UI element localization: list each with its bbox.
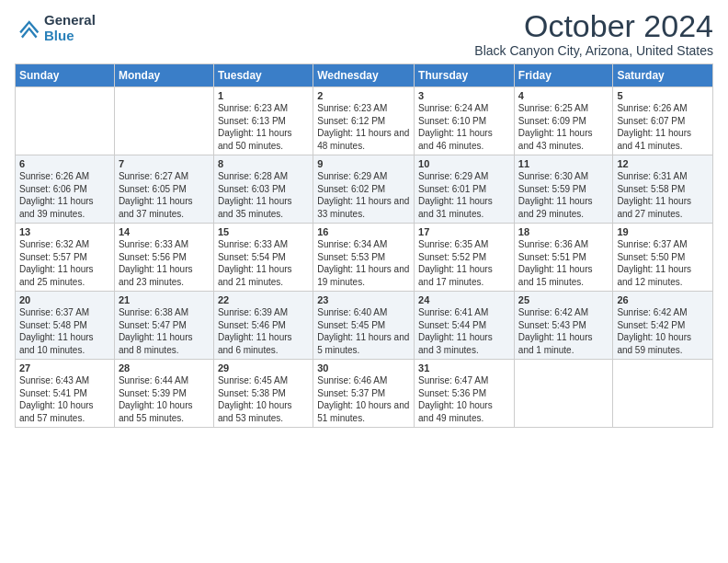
calendar-week-row: 20Sunrise: 6:37 AM Sunset: 5:48 PM Dayli… xyxy=(16,292,713,360)
month-title: October 2024 xyxy=(474,9,713,43)
calendar-cell: 26Sunrise: 6:42 AM Sunset: 5:42 PM Dayli… xyxy=(613,292,713,360)
calendar-cell: 9Sunrise: 6:29 AM Sunset: 6:02 PM Daylig… xyxy=(313,155,415,224)
calendar-cell xyxy=(114,87,213,155)
day-number: 29 xyxy=(218,362,309,373)
day-number: 5 xyxy=(617,90,709,101)
calendar-cell xyxy=(16,87,115,155)
day-info: Sunrise: 6:41 AM Sunset: 5:44 PM Dayligh… xyxy=(418,306,510,356)
calendar-cell: 18Sunrise: 6:36 AM Sunset: 5:51 PM Dayli… xyxy=(514,224,613,292)
calendar-week-row: 6Sunrise: 6:26 AM Sunset: 6:06 PM Daylig… xyxy=(16,155,713,224)
calendar-day-header: Thursday xyxy=(415,64,515,87)
calendar-day-header: Friday xyxy=(514,64,613,87)
calendar-cell: 7Sunrise: 6:27 AM Sunset: 6:05 PM Daylig… xyxy=(114,155,213,224)
logo: General Blue xyxy=(15,13,96,43)
day-info: Sunrise: 6:37 AM Sunset: 5:48 PM Dayligh… xyxy=(19,306,110,356)
day-number: 27 xyxy=(19,362,110,373)
location-title: Black Canyon City, Arizona, United State… xyxy=(474,43,713,58)
day-info: Sunrise: 6:38 AM Sunset: 5:47 PM Dayligh… xyxy=(119,306,210,356)
calendar-cell: 20Sunrise: 6:37 AM Sunset: 5:48 PM Dayli… xyxy=(16,292,115,360)
day-number: 21 xyxy=(119,294,210,305)
day-info: Sunrise: 6:26 AM Sunset: 6:07 PM Dayligh… xyxy=(617,102,709,152)
logo-icon xyxy=(15,16,40,41)
day-number: 15 xyxy=(218,226,309,237)
day-number: 22 xyxy=(218,294,309,305)
calendar-week-row: 1Sunrise: 6:23 AM Sunset: 6:13 PM Daylig… xyxy=(16,87,713,155)
day-info: Sunrise: 6:32 AM Sunset: 5:57 PM Dayligh… xyxy=(19,238,110,288)
calendar-cell: 5Sunrise: 6:26 AM Sunset: 6:07 PM Daylig… xyxy=(613,87,713,155)
day-info: Sunrise: 6:44 AM Sunset: 5:39 PM Dayligh… xyxy=(119,374,210,424)
day-info: Sunrise: 6:29 AM Sunset: 6:01 PM Dayligh… xyxy=(418,170,510,220)
day-number: 16 xyxy=(317,226,410,237)
calendar-week-row: 27Sunrise: 6:43 AM Sunset: 5:41 PM Dayli… xyxy=(16,360,713,428)
calendar-cell: 27Sunrise: 6:43 AM Sunset: 5:41 PM Dayli… xyxy=(16,360,115,428)
calendar-cell: 14Sunrise: 6:33 AM Sunset: 5:56 PM Dayli… xyxy=(114,224,213,292)
calendar-day-header: Saturday xyxy=(613,64,713,87)
day-info: Sunrise: 6:47 AM Sunset: 5:36 PM Dayligh… xyxy=(418,374,510,424)
day-number: 28 xyxy=(119,362,210,373)
calendar-cell: 21Sunrise: 6:38 AM Sunset: 5:47 PM Dayli… xyxy=(114,292,213,360)
calendar-cell: 24Sunrise: 6:41 AM Sunset: 5:44 PM Dayli… xyxy=(415,292,515,360)
day-info: Sunrise: 6:40 AM Sunset: 5:45 PM Dayligh… xyxy=(317,306,410,356)
calendar-cell: 3Sunrise: 6:24 AM Sunset: 6:10 PM Daylig… xyxy=(415,87,515,155)
calendar-day-header: Tuesday xyxy=(213,64,313,87)
calendar-day-header: Sunday xyxy=(16,64,115,87)
calendar-cell: 12Sunrise: 6:31 AM Sunset: 5:58 PM Dayli… xyxy=(613,155,713,224)
day-number: 4 xyxy=(518,90,609,101)
calendar-cell: 11Sunrise: 6:30 AM Sunset: 5:59 PM Dayli… xyxy=(514,155,613,224)
day-info: Sunrise: 6:34 AM Sunset: 5:53 PM Dayligh… xyxy=(317,238,410,288)
calendar-cell: 23Sunrise: 6:40 AM Sunset: 5:45 PM Dayli… xyxy=(313,292,415,360)
day-info: Sunrise: 6:43 AM Sunset: 5:41 PM Dayligh… xyxy=(19,374,110,424)
day-info: Sunrise: 6:24 AM Sunset: 6:10 PM Dayligh… xyxy=(418,102,510,152)
calendar-day-header: Monday xyxy=(114,64,213,87)
day-info: Sunrise: 6:36 AM Sunset: 5:51 PM Dayligh… xyxy=(518,238,609,288)
day-info: Sunrise: 6:42 AM Sunset: 5:42 PM Dayligh… xyxy=(617,306,709,356)
day-number: 23 xyxy=(317,294,410,305)
page-header: General Blue October 2024 Black Canyon C… xyxy=(15,9,713,58)
logo-blue-text: Blue xyxy=(44,29,96,44)
day-number: 19 xyxy=(617,226,709,237)
day-number: 13 xyxy=(19,226,110,237)
day-info: Sunrise: 6:45 AM Sunset: 5:38 PM Dayligh… xyxy=(218,374,309,424)
title-block: October 2024 Black Canyon City, Arizona,… xyxy=(474,9,713,58)
day-info: Sunrise: 6:35 AM Sunset: 5:52 PM Dayligh… xyxy=(418,238,510,288)
day-number: 2 xyxy=(317,90,410,101)
day-info: Sunrise: 6:27 AM Sunset: 6:05 PM Dayligh… xyxy=(119,170,210,220)
day-info: Sunrise: 6:31 AM Sunset: 5:58 PM Dayligh… xyxy=(617,170,709,220)
logo-general-text: General xyxy=(44,13,96,29)
day-info: Sunrise: 6:33 AM Sunset: 5:56 PM Dayligh… xyxy=(119,238,210,288)
day-number: 9 xyxy=(317,158,410,169)
day-info: Sunrise: 6:39 AM Sunset: 5:46 PM Dayligh… xyxy=(218,306,309,356)
day-number: 25 xyxy=(518,294,609,305)
calendar-header-row: SundayMondayTuesdayWednesdayThursdayFrid… xyxy=(16,64,713,87)
calendar-cell: 28Sunrise: 6:44 AM Sunset: 5:39 PM Dayli… xyxy=(114,360,213,428)
svg-rect-0 xyxy=(15,16,40,41)
day-number: 1 xyxy=(218,90,309,101)
calendar-cell: 17Sunrise: 6:35 AM Sunset: 5:52 PM Dayli… xyxy=(415,224,515,292)
day-number: 8 xyxy=(218,158,309,169)
day-info: Sunrise: 6:37 AM Sunset: 5:50 PM Dayligh… xyxy=(617,238,709,288)
day-number: 18 xyxy=(518,226,609,237)
day-info: Sunrise: 6:42 AM Sunset: 5:43 PM Dayligh… xyxy=(518,306,609,356)
calendar-cell: 10Sunrise: 6:29 AM Sunset: 6:01 PM Dayli… xyxy=(415,155,515,224)
calendar-day-header: Wednesday xyxy=(313,64,415,87)
calendar-cell: 1Sunrise: 6:23 AM Sunset: 6:13 PM Daylig… xyxy=(213,87,313,155)
day-info: Sunrise: 6:46 AM Sunset: 5:37 PM Dayligh… xyxy=(317,374,410,424)
calendar-cell: 31Sunrise: 6:47 AM Sunset: 5:36 PM Dayli… xyxy=(415,360,515,428)
day-number: 6 xyxy=(19,158,110,169)
calendar-cell: 25Sunrise: 6:42 AM Sunset: 5:43 PM Dayli… xyxy=(514,292,613,360)
calendar-week-row: 13Sunrise: 6:32 AM Sunset: 5:57 PM Dayli… xyxy=(16,224,713,292)
calendar-cell: 13Sunrise: 6:32 AM Sunset: 5:57 PM Dayli… xyxy=(16,224,115,292)
calendar-cell: 29Sunrise: 6:45 AM Sunset: 5:38 PM Dayli… xyxy=(213,360,313,428)
calendar-cell: 8Sunrise: 6:28 AM Sunset: 6:03 PM Daylig… xyxy=(213,155,313,224)
day-number: 3 xyxy=(418,90,510,101)
day-info: Sunrise: 6:25 AM Sunset: 6:09 PM Dayligh… xyxy=(518,102,609,152)
day-number: 12 xyxy=(617,158,709,169)
day-number: 31 xyxy=(418,362,510,373)
calendar-cell: 22Sunrise: 6:39 AM Sunset: 5:46 PM Dayli… xyxy=(213,292,313,360)
day-info: Sunrise: 6:23 AM Sunset: 6:12 PM Dayligh… xyxy=(317,102,410,152)
day-info: Sunrise: 6:28 AM Sunset: 6:03 PM Dayligh… xyxy=(218,170,309,220)
day-info: Sunrise: 6:29 AM Sunset: 6:02 PM Dayligh… xyxy=(317,170,410,220)
day-number: 7 xyxy=(119,158,210,169)
day-number: 30 xyxy=(317,362,410,373)
day-number: 26 xyxy=(617,294,709,305)
